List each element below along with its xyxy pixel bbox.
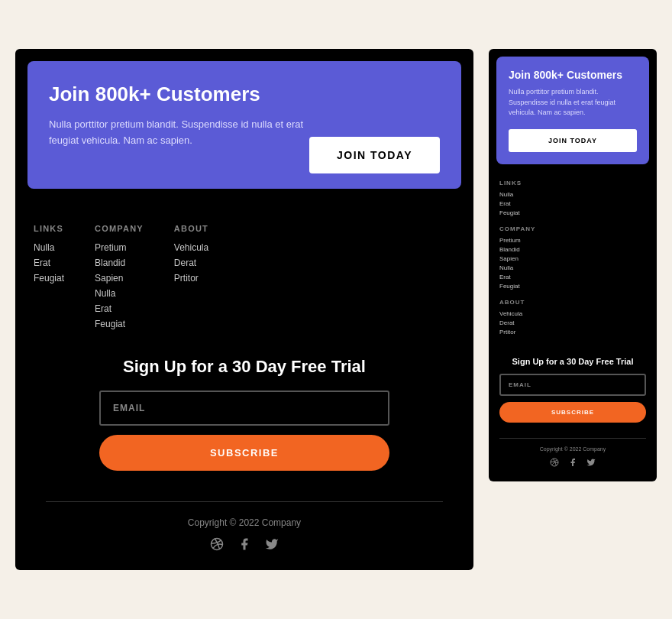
mobile-company-blandid[interactable]: Blandid	[499, 246, 646, 253]
mobile-link-feugiat[interactable]: Feugiat	[499, 209, 646, 216]
mobile-col-links: LINKS Nulla Erat Feugiat	[499, 180, 646, 216]
company-feugiat[interactable]: Feugiat	[95, 319, 144, 329]
footer-col-company: COMPANY Pretium Blandid Sapien Nulla Era…	[95, 224, 144, 334]
mobile-footer-divider	[499, 438, 646, 439]
link-feugiat[interactable]: Feugiat	[34, 273, 64, 284]
link-erat[interactable]: Erat	[34, 258, 64, 268]
mobile-company-erat[interactable]: Erat	[499, 274, 646, 280]
email-input[interactable]	[99, 391, 389, 426]
signup-title: Sign Up for a 30 Day Free Trial	[46, 357, 443, 377]
about-prtitor[interactable]: Prtitor	[174, 273, 208, 284]
copyright-text: Copyright © 2022 Company	[15, 517, 473, 528]
footer-col-links: LINKS Nulla Erat Feugiat	[34, 224, 64, 334]
mobile-about-prtitor[interactable]: Prtitor	[499, 329, 646, 335]
mobile-email-input[interactable]	[499, 374, 646, 396]
mobile-signup-section: Sign Up for a 30 Day Free Trial SUBSCRIB…	[489, 352, 657, 430]
mobile-dribbble-icon[interactable]	[550, 458, 559, 469]
company-blandid[interactable]: Blandid	[95, 258, 144, 268]
mobile-panel: Join 800k+ Customers Nulla porttitor pre…	[489, 49, 657, 481]
link-nulla[interactable]: Nulla	[34, 242, 64, 253]
links-heading: LINKS	[34, 224, 64, 233]
twitter-icon[interactable]	[265, 537, 279, 555]
mobile-facebook-icon[interactable]	[568, 458, 577, 469]
company-nulla[interactable]: Nulla	[95, 288, 144, 299]
mobile-col-company: COMPANY Pretium Blandid Sapien Nulla Era…	[499, 225, 646, 290]
mobile-company-feugiat[interactable]: Feugiat	[499, 283, 646, 290]
company-heading: COMPANY	[95, 224, 144, 233]
footer-divider	[46, 501, 443, 502]
mobile-links-heading: LINKS	[499, 180, 646, 186]
mobile-about-vehicula[interactable]: Vehicula	[499, 310, 646, 317]
mobile-company-pretium[interactable]: Pretium	[499, 237, 646, 244]
footer-links: LINKS Nulla Erat Feugiat COMPANY Pretium…	[15, 201, 473, 349]
mobile-join-today-button[interactable]: JOIN TODAY	[509, 129, 637, 152]
mobile-copyright-text: Copyright © 2022 Company	[489, 446, 657, 452]
mobile-about-heading: ABOUT	[499, 299, 646, 306]
mobile-company-sapien[interactable]: Sapien	[499, 255, 646, 262]
subscribe-button[interactable]: SUBSCRIBE	[99, 435, 389, 471]
company-sapien[interactable]: Sapien	[95, 273, 144, 284]
mobile-subscribe-button[interactable]: SUBSCRIBE	[499, 402, 646, 423]
hero-description: Nulla porttitor pretium blandit. Suspend…	[49, 117, 309, 149]
about-vehicula[interactable]: Vehicula	[174, 242, 208, 253]
outer-wrapper: Join 800k+ Customers Nulla porttitor pre…	[15, 49, 657, 570]
about-heading: ABOUT	[174, 224, 208, 233]
facebook-icon[interactable]	[237, 537, 251, 555]
hero-card: Join 800k+ Customers Nulla porttitor pre…	[27, 61, 461, 189]
hero-title: Join 800k+ Customers	[49, 83, 440, 106]
social-icons	[15, 537, 473, 555]
mobile-twitter-icon[interactable]	[586, 458, 596, 469]
about-derat[interactable]: Derat	[174, 258, 208, 268]
mobile-hero-title: Join 800k+ Customers	[509, 69, 637, 81]
signup-section: Sign Up for a 30 Day Free Trial SUBSCRIB…	[15, 349, 473, 486]
mobile-link-nulla[interactable]: Nulla	[499, 191, 646, 198]
mobile-social-icons	[489, 458, 657, 469]
mobile-company-heading: COMPANY	[499, 225, 646, 232]
mobile-col-about: ABOUT Vehicula Derat Prtitor	[499, 299, 646, 335]
mobile-hero-description: Nulla porttitor pretium blandit. Suspend…	[509, 87, 637, 118]
company-pretium[interactable]: Pretium	[95, 242, 144, 253]
footer-col-about: ABOUT Vehicula Derat Prtitor	[174, 224, 208, 334]
mobile-link-erat[interactable]: Erat	[499, 200, 646, 207]
mobile-company-nulla[interactable]: Nulla	[499, 264, 646, 271]
mobile-footer-links: LINKS Nulla Erat Feugiat COMPANY Pretium…	[489, 172, 657, 352]
dribbble-icon[interactable]	[210, 537, 224, 555]
join-today-button[interactable]: JOIN TODAY	[309, 137, 440, 173]
mobile-signup-title: Sign Up for a 30 Day Free Trial	[499, 357, 646, 366]
desktop-panel: Join 800k+ Customers Nulla porttitor pre…	[15, 49, 473, 570]
mobile-about-derat[interactable]: Derat	[499, 319, 646, 326]
company-erat[interactable]: Erat	[95, 303, 144, 314]
mobile-hero-card: Join 800k+ Customers Nulla porttitor pre…	[496, 57, 649, 164]
